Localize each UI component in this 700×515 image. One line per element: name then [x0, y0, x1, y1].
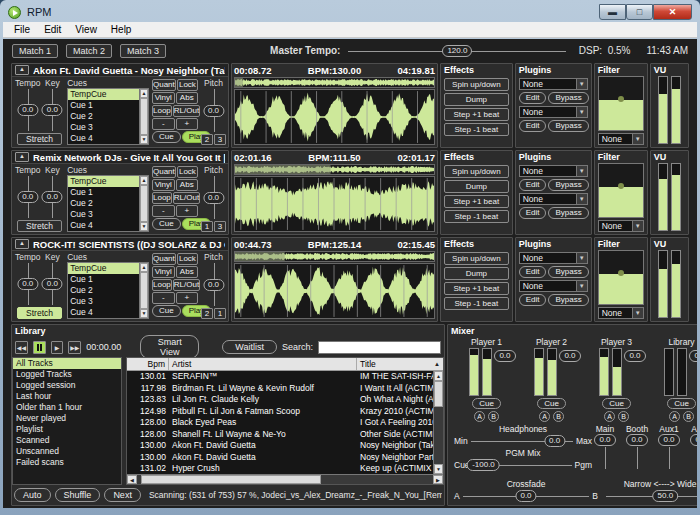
- loop-button[interactable]: Loop: [152, 192, 172, 204]
- headphones-value[interactable]: 0.0: [544, 435, 565, 447]
- stretch-button[interactable]: Stretch: [17, 307, 62, 319]
- cue-item[interactable]: Cue 1: [68, 274, 139, 285]
- filter-pad-handle[interactable]: [618, 96, 624, 102]
- chevron-down-icon[interactable]: ▼: [632, 308, 643, 318]
- cues-list[interactable]: TempCue Cue 1 Cue 2 Cue 3 Cue 4: [68, 176, 139, 231]
- abs-button[interactable]: Abs: [176, 92, 199, 104]
- eject-icon[interactable]: ▲: [15, 65, 29, 75]
- sidebar-item-playlist[interactable]: Playlist: [13, 424, 121, 435]
- filter-pad[interactable]: [598, 163, 644, 218]
- pause-icon[interactable]: [33, 341, 46, 354]
- column-header-title[interactable]: Title▲: [357, 358, 443, 370]
- loop-button[interactable]: Loop: [152, 279, 172, 291]
- match-player-a-button[interactable]: 2: [201, 308, 213, 319]
- play-icon[interactable]: ▶: [51, 341, 64, 354]
- assign-b-button[interactable]: B: [683, 411, 694, 422]
- filter-pad-handle[interactable]: [618, 270, 624, 276]
- vinyl-button[interactable]: Vinyl: [152, 266, 175, 278]
- spin-updown-button[interactable]: Spin up/down: [444, 165, 509, 178]
- pgm-mix-slider[interactable]: -100.0: [473, 459, 572, 471]
- sidebar-item-older[interactable]: Older than 1 hour: [13, 402, 121, 413]
- menu-edit[interactable]: Edit: [37, 23, 68, 36]
- plugin-select-2[interactable]: None▼: [519, 280, 588, 292]
- channel-cue-button[interactable]: Cue: [667, 398, 696, 409]
- cue-item[interactable]: TempCue: [68, 263, 139, 274]
- tempo-value[interactable]: 0.0: [17, 104, 38, 116]
- channel-fader[interactable]: [547, 348, 557, 396]
- waveform-overview[interactable]: [234, 164, 435, 175]
- rlout-button[interactable]: RL/Out: [173, 105, 200, 117]
- rlout-button[interactable]: RL/Out: [173, 192, 200, 204]
- stereo-width-slider[interactable]: 50.0: [606, 490, 697, 502]
- crossfade-slider[interactable]: 0.0: [463, 490, 590, 502]
- abs-button[interactable]: Abs: [176, 266, 199, 278]
- waveform-display[interactable]: [234, 176, 435, 232]
- chevron-down-icon[interactable]: ▼: [576, 194, 587, 204]
- minimize-button[interactable]: ▬: [599, 4, 626, 20]
- table-row[interactable]: 128.00Black Eyed PeasI Got A Feeling 201…: [127, 417, 433, 429]
- vinyl-button[interactable]: Vinyl: [152, 92, 175, 104]
- plugin-edit-button[interactable]: Edit: [519, 179, 547, 191]
- channel-fader[interactable]: [482, 348, 492, 396]
- channel-gain-value[interactable]: 0.0: [624, 350, 645, 362]
- tempo-value[interactable]: 0.0: [17, 278, 38, 290]
- assign-a-button[interactable]: A: [604, 411, 615, 422]
- headphones-slider[interactable]: 0.0: [471, 435, 573, 447]
- track-rows[interactable]: 130.01SERAFIN™IM THE SAT-ISH-FACTION ((S…: [127, 371, 433, 474]
- assign-b-button[interactable]: B: [488, 411, 499, 422]
- table-row[interactable]: 117.98Birdman Ft. Lil Wayne & Kevin Rudo…: [127, 383, 433, 395]
- plugin-bypass-button[interactable]: Bypass: [548, 207, 588, 219]
- pitch-slider[interactable]: 0.0: [201, 262, 226, 307]
- plus-button[interactable]: +: [176, 118, 199, 130]
- waveform-display[interactable]: [234, 263, 435, 319]
- match-1-button[interactable]: Match 1: [12, 44, 58, 58]
- plus-button[interactable]: +: [176, 205, 199, 217]
- pitch-slider[interactable]: 0.0: [201, 88, 226, 133]
- quant-button[interactable]: Quant: [152, 166, 176, 178]
- cue-button[interactable]: Cue: [152, 131, 181, 143]
- menu-file[interactable]: File: [7, 23, 37, 36]
- auto-button[interactable]: Auto: [14, 488, 51, 502]
- cue-item[interactable]: Cue 3: [68, 122, 139, 133]
- aux1-value[interactable]: 0.0: [658, 434, 679, 446]
- match-player-b-button[interactable]: 3: [214, 134, 226, 145]
- spin-updown-button[interactable]: Spin up/down: [444, 78, 509, 91]
- cue-item[interactable]: TempCue: [68, 89, 139, 100]
- match-player-a-button[interactable]: 2: [201, 134, 213, 145]
- key-value[interactable]: 0.0: [42, 191, 63, 203]
- filter-select[interactable]: None▼: [598, 133, 644, 145]
- filter-pad-handle[interactable]: [618, 183, 624, 189]
- main-slider[interactable]: [605, 447, 606, 469]
- spin-updown-button[interactable]: Spin up/down: [444, 252, 509, 265]
- maximize-button[interactable]: □: [626, 4, 653, 20]
- cue-item[interactable]: Cue 4: [68, 133, 139, 144]
- quant-button[interactable]: Quant: [152, 253, 176, 265]
- chevron-down-icon[interactable]: ▼: [576, 166, 587, 176]
- aux1-slider[interactable]: [669, 447, 670, 469]
- filter-pad[interactable]: [598, 250, 644, 305]
- minus-button[interactable]: -: [152, 205, 175, 217]
- cue-item[interactable]: Cue 2: [68, 198, 139, 209]
- table-vertical-scrollbar[interactable]: ▲▼: [433, 371, 443, 474]
- aux2-value[interactable]: 0.0: [690, 434, 697, 446]
- library-sidebar[interactable]: All Tracks Logged Tracks Logged session …: [12, 357, 122, 485]
- stretch-button[interactable]: Stretch: [17, 133, 62, 145]
- assign-b-button[interactable]: B: [553, 411, 564, 422]
- channel-cue-button[interactable]: Cue: [602, 398, 631, 409]
- minus-button[interactable]: -: [152, 292, 175, 304]
- plugin-edit-button[interactable]: Edit: [519, 266, 547, 278]
- dump-button[interactable]: Dump: [444, 93, 509, 106]
- booth-value[interactable]: 0.0: [626, 434, 647, 446]
- waveform-display[interactable]: [234, 89, 435, 145]
- table-row[interactable]: 123.83Lil Jon Ft. Claude KellyOh What A …: [127, 394, 433, 406]
- sidebar-item-last-hour[interactable]: Last hour: [13, 391, 121, 402]
- waveform-overview[interactable]: [234, 77, 435, 88]
- stretch-button[interactable]: Stretch: [17, 220, 62, 232]
- match-player-b-button[interactable]: 1: [214, 308, 226, 319]
- channel-gain-value[interactable]: 0.0: [494, 350, 515, 362]
- loop-button[interactable]: Loop: [152, 105, 172, 117]
- plugin-edit-button[interactable]: Edit: [519, 207, 547, 219]
- assign-b-button[interactable]: B: [618, 411, 629, 422]
- sidebar-item-logged-session[interactable]: Logged session: [13, 380, 121, 391]
- sidebar-item-scanned[interactable]: Scanned: [13, 435, 121, 446]
